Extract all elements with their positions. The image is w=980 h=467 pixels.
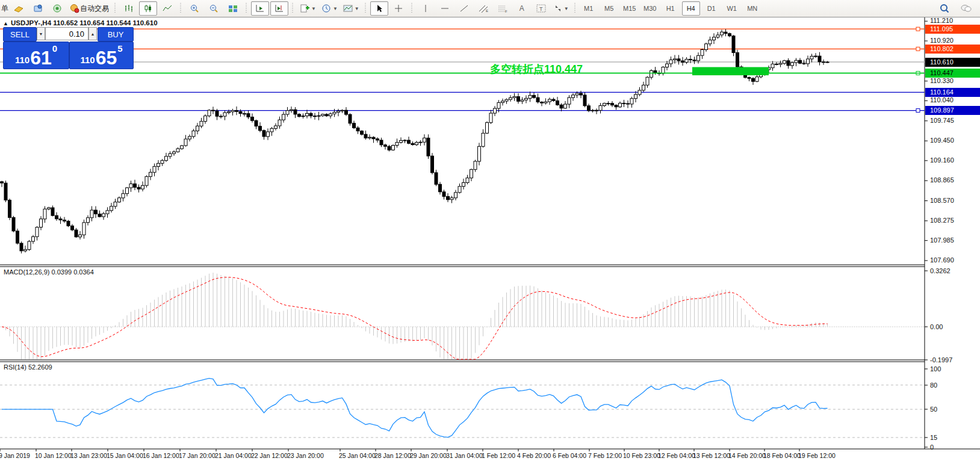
buy-price-button[interactable]: 110 65 5 (69, 42, 134, 69)
bar-chart-icon[interactable] (120, 1, 138, 16)
time-axis-label: 10 Jan 12:00 (35, 452, 72, 459)
volume-down-button[interactable]: ▼ (37, 27, 45, 40)
toolbar-grip (114, 3, 117, 14)
timeframe-h1[interactable]: H1 (662, 1, 680, 16)
rsi-levels (0, 385, 925, 438)
time-axis-label: 14 Feb 20:00 (728, 452, 766, 459)
crosshair-icon[interactable] (389, 1, 408, 16)
one-click-trading-panel: SELL ▼ ▲ BUY 110 61 0 110 65 5 (3, 27, 132, 66)
time-axis-label: 18 Feb 04:00 (763, 452, 801, 459)
time-axis-label: 13 Jan 23:00 (70, 452, 107, 459)
pivot-zone[interactable] (692, 67, 769, 76)
timeframe-m5[interactable]: M5 (600, 1, 618, 16)
toolbar-grip (291, 3, 294, 14)
time-axis-label: 21 Jan 04:00 (215, 452, 252, 459)
line-chart-icon[interactable] (158, 1, 176, 16)
timeframe-h4[interactable]: H4 (682, 1, 700, 16)
time-axis-label: 23 Jan 20:00 (287, 452, 324, 459)
time-axis-label: 28 Jan 12:00 (374, 452, 411, 459)
signal-icon[interactable] (48, 1, 66, 16)
macd-label: MACD(12,26,9) 0.0399 0.0364 (4, 268, 94, 276)
chevron-down-icon: ▼ (564, 6, 569, 11)
search-icon[interactable] (935, 1, 954, 16)
macd-scale-label: -0.1997 (930, 356, 952, 363)
price-tick-label: 109.450 (930, 137, 954, 144)
zoom-in-icon[interactable] (185, 1, 203, 16)
indicators-icon[interactable]: ▼ (297, 1, 318, 16)
cursor-icon[interactable] (370, 1, 388, 16)
time-axis-label: 4 Feb 20:00 (517, 452, 551, 459)
time-axis-label: 31 Jan 04:00 (446, 452, 483, 459)
price-tick-label: 108.865 (930, 176, 954, 184)
shift-chart-icon[interactable] (251, 1, 269, 16)
price-tick-label: 108.275 (930, 217, 954, 224)
time-axis-label: 22 Jan 12:00 (251, 452, 288, 459)
price-badge: 109.897 (925, 106, 980, 115)
timeframe-w1[interactable]: W1 (723, 1, 741, 16)
price-tick-label: 111.210 (930, 17, 953, 24)
price-tick-label: 107.690 (930, 256, 954, 264)
templates-icon[interactable]: ▼ (341, 1, 361, 16)
periods-icon[interactable]: ▼ (319, 1, 340, 16)
price-badge: 110.164 (925, 88, 980, 97)
notebook-icon[interactable] (10, 1, 28, 16)
macd-scale-label: 0.00 (930, 323, 943, 330)
shift-end-icon[interactable] (270, 1, 288, 16)
macd-histogram (2, 273, 828, 359)
chart-frame (0, 17, 980, 449)
chevron-down-icon: ▼ (311, 6, 316, 11)
time-axis-label: 25 Jan 04:00 (339, 452, 376, 459)
label-icon[interactable]: T (532, 1, 550, 16)
channel-icon[interactable]: E (474, 1, 492, 16)
price-badge: 110.447 (925, 69, 980, 78)
timeframe-m1[interactable]: M1 (580, 1, 598, 16)
time-axis-label: 29 Jan 20:00 (410, 452, 447, 459)
time-axis-label: 6 Feb 04:00 (553, 452, 586, 459)
sell-price-button[interactable]: 110 61 0 (3, 42, 69, 69)
rsi-scale-label: 0 (930, 444, 934, 451)
toolbar-grip (574, 3, 577, 14)
hline-icon[interactable] (436, 1, 454, 16)
toolbar-grip (245, 3, 248, 14)
rsi-line (2, 379, 828, 438)
timeframe-mn[interactable]: MN (743, 1, 761, 16)
autotrade-label: 自动交易 (80, 4, 109, 14)
time-axis-label: 15 Jan 04:00 (107, 452, 143, 459)
trendline-icon[interactable] (455, 1, 473, 16)
pivot-annotation[interactable]: 多空转折点110.447 (490, 62, 583, 76)
svg-text:F: F (505, 10, 507, 13)
toolbar-grip (364, 3, 367, 14)
time-axis-label: 12 Feb 04:00 (658, 452, 695, 459)
time-axis-label: 9 Jan 2019 (0, 452, 30, 459)
timeframe-m15[interactable]: M15 (621, 1, 639, 16)
timeframe-d1[interactable]: D1 (702, 1, 721, 16)
zoom-out-icon[interactable] (205, 1, 223, 16)
time-axis-label: 1 Feb 12:00 (482, 452, 515, 459)
volume-up-button[interactable]: ▲ (88, 27, 97, 40)
timeframe-m30[interactable]: M30 (641, 1, 659, 16)
fibo-icon[interactable]: F (494, 1, 512, 16)
rsi-scale-label: 100 (930, 365, 941, 373)
time-axis-label: 10 Feb 23:00 (623, 452, 660, 459)
volume-input[interactable] (45, 27, 88, 40)
price-lines[interactable] (0, 27, 925, 112)
top-toolbar: 单 自动交易 ▼ ▼ ▼ E F A T ▼ M1M (0, 0, 980, 17)
price-badge: 110.802 (925, 45, 980, 54)
buy-button[interactable]: BUY (98, 27, 134, 42)
vline-icon[interactable] (417, 1, 435, 16)
new-order-button[interactable]: 单 (1, 4, 8, 14)
text-icon[interactable]: A (513, 1, 531, 16)
price-badge: 111.095 (925, 25, 980, 34)
chat-icon[interactable] (957, 1, 975, 16)
chevron-down-icon: ▼ (333, 6, 338, 11)
buy-price-prefix: 110 (80, 55, 95, 65)
contacts-icon[interactable] (29, 1, 47, 16)
timeframe-toolbar: M1M5M15M30H1H4D1W1MN (580, 1, 761, 16)
arrows-icon[interactable]: ▼ (551, 1, 571, 16)
time-axis-label: 7 Feb 12:00 (588, 452, 622, 459)
candle-chart-icon[interactable] (139, 1, 157, 16)
autotrade-button[interactable]: 自动交易 (67, 1, 111, 16)
tile-windows-icon[interactable] (224, 1, 242, 16)
sell-button[interactable]: SELL (3, 27, 37, 42)
chevron-down-icon: ▼ (355, 6, 359, 11)
